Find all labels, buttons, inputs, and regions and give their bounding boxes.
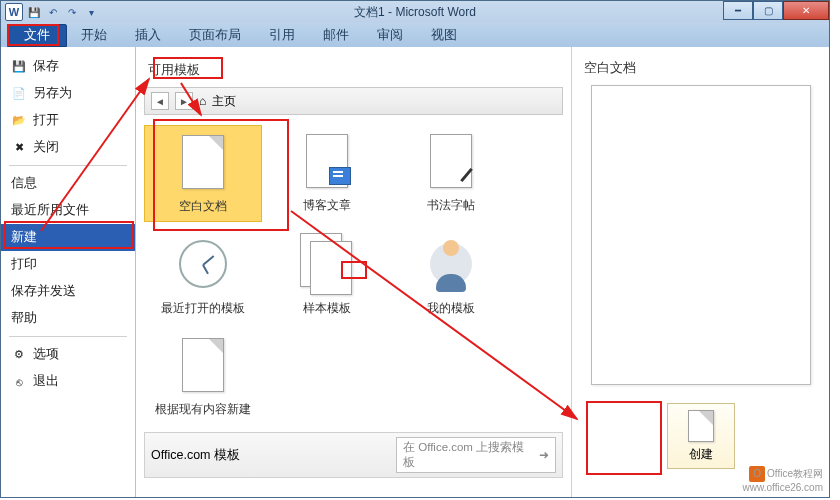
maximize-button[interactable]: ▢ <box>753 1 783 20</box>
tab-home[interactable]: 开始 <box>67 24 121 47</box>
sidebar-item-savesend[interactable]: 保存并发送 <box>1 278 135 305</box>
tab-mailings[interactable]: 邮件 <box>309 24 363 47</box>
forward-button[interactable]: ► <box>175 92 193 110</box>
watermark-brand: Office教程网 <box>767 468 823 479</box>
ribbon-tabs: 文件 开始 插入 页面布局 引用 邮件 审阅 视图 <box>1 23 829 47</box>
window-title: 文档1 - Microsoft Word <box>1 4 829 21</box>
calligraphy-icon <box>421 131 481 191</box>
template-sample[interactable]: 样本模板 <box>268 228 386 323</box>
template-calligraphy[interactable]: 书法字帖 <box>392 125 510 222</box>
tab-references[interactable]: 引用 <box>255 24 309 47</box>
sidebar-item-help[interactable]: 帮助 <box>1 305 135 332</box>
label: 关闭 <box>33 139 59 156</box>
app-window: W 💾 ↶ ↷ ▾ 文档1 - Microsoft Word ━ ▢ ✕ 文件 … <box>0 0 830 498</box>
officecom-label: Office.com 模板 <box>151 447 240 464</box>
quick-access-toolbar: W 💾 ↶ ↷ ▾ <box>1 3 99 21</box>
template-grid: 空白文档 博客文章 书法字帖 最近打开的模板 <box>144 125 563 424</box>
templates-panel: 可用模板 ◄ ► ⌂ 主页 空白文档 博客文章 <box>136 47 571 497</box>
tab-insert[interactable]: 插入 <box>121 24 175 47</box>
blank-doc-icon <box>173 132 233 192</box>
tab-view[interactable]: 视图 <box>417 24 471 47</box>
my-templates-icon <box>421 234 481 294</box>
template-label: 空白文档 <box>147 198 259 215</box>
breadcrumb-home[interactable]: 主页 <box>212 93 236 110</box>
saveas-icon: 📄 <box>11 86 27 102</box>
sidebar-item-options[interactable]: ⚙选项 <box>1 341 135 368</box>
redo-icon[interactable]: ↷ <box>64 4 80 20</box>
back-button[interactable]: ◄ <box>151 92 169 110</box>
sidebar-item-saveas[interactable]: 📄另存为 <box>1 80 135 107</box>
template-label: 书法字帖 <box>394 197 508 214</box>
label: 信息 <box>11 175 37 192</box>
open-icon: 📂 <box>11 113 27 129</box>
template-my-templates[interactable]: 我的模板 <box>392 228 510 323</box>
template-label: 博客文章 <box>270 197 384 214</box>
recent-icon <box>173 234 233 294</box>
tab-review[interactable]: 审阅 <box>363 24 417 47</box>
label: 新建 <box>11 229 37 246</box>
section-officecom: Office.com 模板 在 Office.com 上搜索模板 ➜ <box>144 432 563 478</box>
watermark: OOffice教程网 www.office26.com <box>743 465 823 493</box>
sidebar-item-close[interactable]: ✖关闭 <box>1 134 135 161</box>
breadcrumb: ◄ ► ⌂ 主页 <box>144 87 563 115</box>
tab-file[interactable]: 文件 <box>7 24 67 47</box>
preview-page-thumbnail <box>591 85 811 385</box>
preview-title: 空白文档 <box>584 59 636 77</box>
watermark-url: www.office26.com <box>743 482 823 493</box>
template-label: 我的模板 <box>394 300 508 317</box>
exit-icon: ⎋ <box>11 374 27 390</box>
label: 保存并发送 <box>11 283 76 300</box>
label: 帮助 <box>11 310 37 327</box>
save-icon: 💾 <box>11 59 27 75</box>
template-blog-post[interactable]: 博客文章 <box>268 125 386 222</box>
save-icon[interactable]: 💾 <box>26 4 42 20</box>
options-icon: ⚙ <box>11 347 27 363</box>
template-label: 最近打开的模板 <box>146 300 260 317</box>
sidebar-item-recent[interactable]: 最近所用文件 <box>1 197 135 224</box>
word-logo-icon: W <box>5 3 23 21</box>
preview-panel: 空白文档 创建 <box>571 47 829 497</box>
label: 最近所用文件 <box>11 202 89 219</box>
sidebar-item-open[interactable]: 📂打开 <box>1 107 135 134</box>
main-panel: 可用模板 ◄ ► ⌂ 主页 空白文档 博客文章 <box>136 47 829 497</box>
sidebar-item-print[interactable]: 打印 <box>1 251 135 278</box>
backstage-view: 💾保存 📄另存为 📂打开 ✖关闭 信息 最近所用文件 新建 打印 保存并发送 帮… <box>1 47 829 497</box>
template-blank-document[interactable]: 空白文档 <box>144 125 262 222</box>
label: 打印 <box>11 256 37 273</box>
home-icon[interactable]: ⌂ <box>199 94 206 108</box>
template-recent[interactable]: 最近打开的模板 <box>144 228 262 323</box>
minimize-button[interactable]: ━ <box>723 1 753 20</box>
create-label: 创建 <box>689 446 713 463</box>
label: 打开 <box>33 112 59 129</box>
close-icon: ✖ <box>11 140 27 156</box>
divider <box>9 336 127 337</box>
tab-layout[interactable]: 页面布局 <box>175 24 255 47</box>
create-button[interactable]: 创建 <box>667 403 735 469</box>
template-label: 根据现有内容新建 <box>146 401 260 418</box>
qat-dropdown-icon[interactable]: ▾ <box>83 4 99 20</box>
template-label: 样本模板 <box>270 300 384 317</box>
title-bar: W 💾 ↶ ↷ ▾ 文档1 - Microsoft Word ━ ▢ ✕ <box>1 1 829 23</box>
from-existing-icon <box>173 335 233 395</box>
sidebar-item-info[interactable]: 信息 <box>1 170 135 197</box>
sidebar: 💾保存 📄另存为 📂打开 ✖关闭 信息 最近所用文件 新建 打印 保存并发送 帮… <box>1 47 136 497</box>
search-go-icon[interactable]: ➜ <box>539 448 549 462</box>
sidebar-item-new[interactable]: 新建 <box>1 224 135 251</box>
undo-icon[interactable]: ↶ <box>45 4 61 20</box>
search-templates-input[interactable]: 在 Office.com 上搜索模板 ➜ <box>396 437 556 473</box>
blog-icon <box>297 131 357 191</box>
label: 选项 <box>33 346 59 363</box>
divider <box>9 165 127 166</box>
create-icon <box>688 410 714 442</box>
close-button[interactable]: ✕ <box>783 1 829 20</box>
label: 保存 <box>33 58 59 75</box>
window-controls: ━ ▢ ✕ <box>723 1 829 20</box>
label: 另存为 <box>33 85 72 102</box>
sidebar-item-exit[interactable]: ⎋退出 <box>1 368 135 395</box>
sidebar-item-save[interactable]: 💾保存 <box>1 53 135 80</box>
watermark-logo-icon: O <box>749 466 765 482</box>
label: 退出 <box>33 373 59 390</box>
search-placeholder: 在 Office.com 上搜索模板 <box>403 440 535 470</box>
template-from-existing[interactable]: 根据现有内容新建 <box>144 329 262 424</box>
sample-icon <box>297 234 357 294</box>
